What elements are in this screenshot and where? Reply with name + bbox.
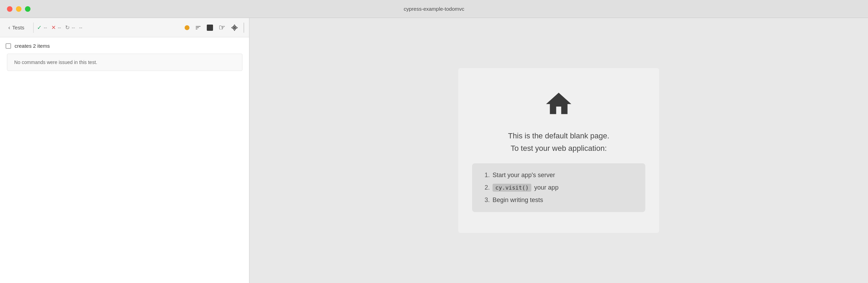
passed-count: -- xyxy=(44,25,47,30)
toolbar: ‹ Tests ✓ -- ✕ -- ↻ -- -- xyxy=(0,18,249,37)
test-item[interactable]: creates 2 items xyxy=(6,43,243,49)
steps-box: 1. Start your app's server 2. cy.visit()… xyxy=(472,163,645,212)
pending-status: ↻ -- xyxy=(65,24,75,31)
back-label: Tests xyxy=(12,25,24,30)
test-checkbox[interactable] xyxy=(6,43,11,49)
no-commands-text: No commands were issued in this test. xyxy=(14,60,97,65)
test-content: creates 2 items No commands were issued … xyxy=(0,37,249,283)
step-2: 2. cy.visit() your app xyxy=(485,184,633,192)
cursor-icon[interactable]: ☞ xyxy=(219,23,225,32)
back-arrow-icon: ‹ xyxy=(8,25,10,31)
x-icon: ✕ xyxy=(51,24,56,31)
step-3: 3. Begin writing tests xyxy=(485,197,633,204)
failed-status: ✕ -- xyxy=(51,24,61,31)
traffic-lights xyxy=(7,6,30,12)
url-bar[interactable] xyxy=(243,22,244,33)
no-commands-box: No commands were issued in this test. xyxy=(7,54,242,71)
blank-page-subtitle: To test your web application: xyxy=(511,144,607,153)
misc-count: -- xyxy=(79,25,82,30)
right-panel: This is the default blank page. To test … xyxy=(249,18,868,283)
step-3-text: Begin writing tests xyxy=(493,197,543,204)
steps-list: 1. Start your app's server 2. cy.visit()… xyxy=(485,172,633,204)
status-dot-icon xyxy=(185,25,189,30)
stop-icon[interactable] xyxy=(207,25,213,31)
failed-count: -- xyxy=(58,25,61,30)
close-button[interactable] xyxy=(7,6,12,12)
pending-count: -- xyxy=(72,25,75,30)
diamond-crosshair-icon[interactable] xyxy=(231,24,238,31)
step-1: 1. Start your app's server xyxy=(485,172,633,179)
back-button[interactable]: ‹ Tests xyxy=(5,22,28,33)
home-icon xyxy=(543,89,574,121)
step-1-text: Start your app's server xyxy=(493,172,555,179)
test-item-label: creates 2 items xyxy=(15,43,50,49)
blank-page-title: This is the default blank page. xyxy=(508,131,609,140)
svg-point-0 xyxy=(234,27,235,28)
step-2-suffix: your app xyxy=(534,184,558,191)
passed-status: ✓ -- xyxy=(37,24,47,31)
cy-visit-code: cy.visit() xyxy=(493,184,531,192)
title-bar: cypress-example-todomvc xyxy=(0,0,868,18)
check-icon: ✓ xyxy=(37,24,42,31)
sort-icon[interactable] xyxy=(195,25,201,31)
fullscreen-button[interactable] xyxy=(25,6,30,12)
blank-page-preview: This is the default blank page. To test … xyxy=(458,68,659,233)
misc-status: -- xyxy=(79,25,82,30)
toolbar-separator xyxy=(33,22,34,33)
minimize-button[interactable] xyxy=(16,6,21,12)
window-title: cypress-example-todomvc xyxy=(404,6,464,12)
toolbar-icons: ☞ xyxy=(185,22,244,33)
left-panel: ‹ Tests ✓ -- ✕ -- ↻ -- -- xyxy=(0,18,249,283)
main-container: ‹ Tests ✓ -- ✕ -- ↻ -- -- xyxy=(0,18,868,283)
circle-icon: ↻ xyxy=(65,24,70,31)
